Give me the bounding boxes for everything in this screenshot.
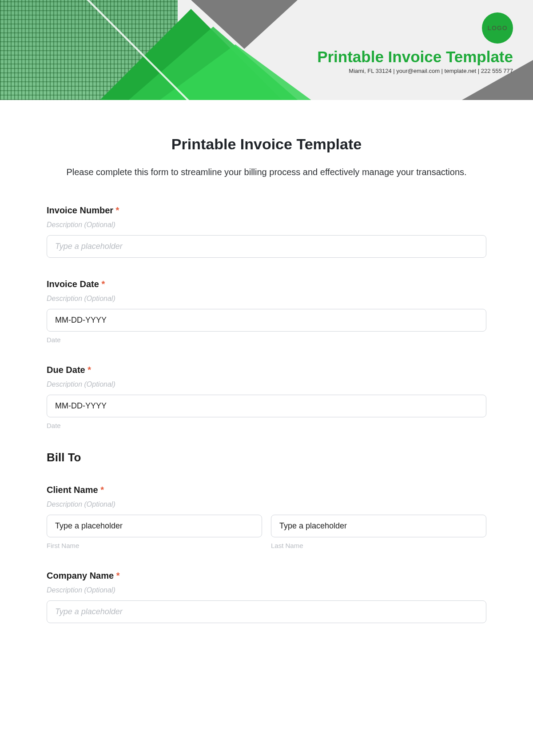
client-first-name-input[interactable] bbox=[47, 515, 262, 537]
label-text: Client Name bbox=[47, 485, 98, 495]
form-content: Printable Invoice Template Please comple… bbox=[0, 100, 533, 662]
field-sublabel: Date bbox=[47, 422, 486, 429]
logo-text: LOGO bbox=[487, 24, 507, 32]
page-title: Printable Invoice Template bbox=[47, 136, 486, 153]
required-asterisk: * bbox=[116, 205, 119, 215]
label-text: Invoice Number bbox=[47, 205, 113, 215]
required-asterisk: * bbox=[101, 279, 105, 289]
company-name-input[interactable] bbox=[47, 600, 486, 623]
due-date-input[interactable] bbox=[47, 395, 486, 417]
required-asterisk: * bbox=[88, 365, 91, 375]
field-sublabel: First Name bbox=[47, 542, 262, 549]
client-name-field: Client Name * Description (Optional) Fir… bbox=[47, 485, 486, 549]
label-text: Invoice Date bbox=[47, 279, 99, 289]
client-last-name-input[interactable] bbox=[271, 515, 486, 537]
company-name-field: Company Name * Description (Optional) bbox=[47, 571, 486, 623]
field-label: Due Date * bbox=[47, 365, 486, 375]
field-description: Description (Optional) bbox=[47, 586, 486, 594]
banner-title: Printable Invoice Template bbox=[317, 48, 513, 66]
banner-subtitle: Miami, FL 33124 | your@email.com | templ… bbox=[349, 68, 513, 74]
field-label: Invoice Date * bbox=[47, 279, 486, 289]
field-sublabel: Last Name bbox=[271, 542, 486, 549]
header-banner: LOGO Printable Invoice Template Miami, F… bbox=[0, 0, 533, 100]
field-label: Company Name * bbox=[47, 571, 486, 581]
due-date-field: Due Date * Description (Optional) Date bbox=[47, 365, 486, 429]
field-description: Description (Optional) bbox=[47, 380, 486, 388]
banner-triangle-gray bbox=[191, 0, 298, 49]
invoice-date-input[interactable] bbox=[47, 309, 486, 332]
field-description: Description (Optional) bbox=[47, 500, 486, 508]
field-label: Invoice Number * bbox=[47, 205, 486, 216]
required-asterisk: * bbox=[100, 485, 104, 495]
field-description: Description (Optional) bbox=[47, 295, 486, 303]
banner-triangle-gray bbox=[462, 60, 533, 100]
field-sublabel: Date bbox=[47, 336, 486, 344]
invoice-number-input[interactable] bbox=[47, 235, 486, 258]
invoice-number-field: Invoice Number * Description (Optional) bbox=[47, 205, 486, 258]
field-description: Description (Optional) bbox=[47, 221, 486, 229]
bill-to-heading: Bill To bbox=[47, 451, 486, 464]
field-label: Client Name * bbox=[47, 485, 486, 495]
label-text: Company Name bbox=[47, 571, 114, 580]
logo: LOGO bbox=[482, 12, 513, 44]
label-text: Due Date bbox=[47, 365, 85, 375]
invoice-date-field: Invoice Date * Description (Optional) Da… bbox=[47, 279, 486, 344]
required-asterisk: * bbox=[116, 571, 120, 580]
page-description: Please complete this form to streamline … bbox=[47, 165, 486, 179]
